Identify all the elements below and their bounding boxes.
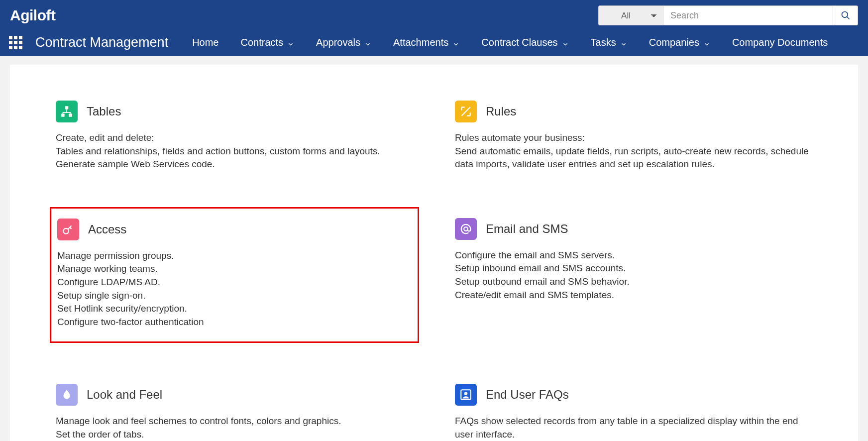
chevron-down-icon <box>452 39 459 46</box>
nav-company-documents[interactable]: Company Documents <box>732 37 828 48</box>
header: Agiloft All Contract Management Home Con… <box>0 0 868 56</box>
tile-desc: Manage look and feel schemes to control … <box>56 415 413 441</box>
svg-point-0 <box>842 12 848 18</box>
tile-desc: Configure the email and SMS servers. Set… <box>455 249 812 302</box>
rules-icon <box>455 101 477 122</box>
tile-title: Rules <box>486 105 516 118</box>
search-input[interactable] <box>663 6 833 25</box>
apps-grid-icon[interactable] <box>9 36 22 49</box>
nav-tasks[interactable]: Tasks <box>591 37 627 48</box>
app-title: Contract Management <box>35 35 168 50</box>
svg-line-1 <box>847 17 849 19</box>
droplet-icon <box>56 384 78 406</box>
svg-rect-2 <box>65 106 69 110</box>
header-top: Agiloft All <box>0 0 868 29</box>
brand-logo[interactable]: Agiloft <box>10 7 55 24</box>
tile-desc: Create, edit and delete: Tables and rela… <box>56 131 413 171</box>
tile-title: Email and SMS <box>486 222 568 236</box>
search-icon <box>841 10 851 20</box>
tables-icon <box>56 101 78 122</box>
tile-title: Tables <box>87 105 121 118</box>
tile-email-sms[interactable]: Email and SMS Configure the email and SM… <box>449 212 818 343</box>
nav-attachments[interactable]: Attachments <box>393 37 459 48</box>
chevron-down-icon <box>703 39 710 46</box>
tile-title: End User FAQs <box>486 388 569 402</box>
tile-grid: Tables Create, edit and delete: Tables a… <box>50 95 818 441</box>
access-key-icon <box>57 219 79 240</box>
nav-contract-clauses[interactable]: Contract Clauses <box>481 37 568 48</box>
svg-rect-4 <box>69 113 72 117</box>
search-group: All <box>598 5 858 25</box>
tile-access[interactable]: Access Manage permission groups. Manage … <box>50 207 419 343</box>
faq-user-icon <box>455 384 477 406</box>
tile-rules[interactable]: Rules Rules automate your business: Send… <box>449 95 818 177</box>
chevron-down-icon <box>287 39 294 46</box>
svg-rect-3 <box>61 113 65 117</box>
tile-desc: Manage permission groups. Manage working… <box>57 249 412 329</box>
search-filter-select[interactable]: All <box>599 6 663 25</box>
chevron-down-icon <box>562 39 569 46</box>
content-panel: Tables Create, edit and delete: Tables a… <box>10 65 858 441</box>
nav-approvals[interactable]: Approvals <box>316 37 371 48</box>
chevron-down-icon <box>364 39 371 46</box>
tile-tables[interactable]: Tables Create, edit and delete: Tables a… <box>50 95 419 177</box>
nav-items: Home Contracts Approvals Attachments Con… <box>192 37 828 48</box>
at-sign-icon <box>455 218 477 240</box>
svg-point-6 <box>464 227 468 231</box>
nav-row: Contract Management Home Contracts Appro… <box>0 29 868 56</box>
tile-end-user-faqs[interactable]: End User FAQs FAQs show selected records… <box>449 378 818 441</box>
nav-companies[interactable]: Companies <box>649 37 710 48</box>
chevron-down-icon <box>620 39 627 46</box>
tile-title: Access <box>88 222 126 236</box>
nav-home[interactable]: Home <box>192 37 218 48</box>
search-button[interactable] <box>833 6 858 25</box>
svg-point-8 <box>464 392 468 396</box>
tile-desc: FAQs show selected records from any tabl… <box>455 415 812 441</box>
nav-contracts[interactable]: Contracts <box>241 37 295 48</box>
tile-title: Look and Feel <box>87 388 162 402</box>
tile-look-and-feel[interactable]: Look and Feel Manage look and feel schem… <box>50 378 419 441</box>
tile-desc: Rules automate your business: Send autom… <box>455 131 812 171</box>
